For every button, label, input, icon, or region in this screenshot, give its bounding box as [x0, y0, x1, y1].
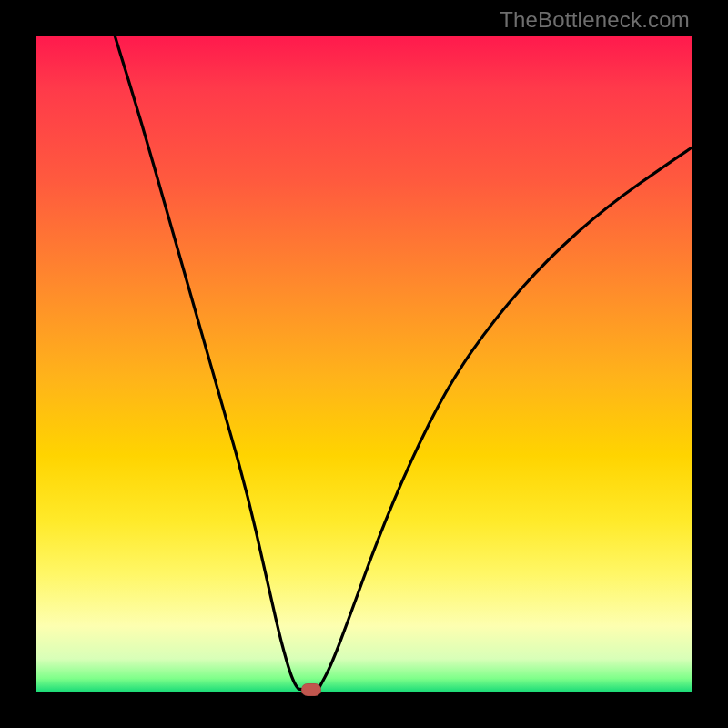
curve-svg — [36, 36, 692, 692]
bottleneck-curve — [115, 36, 692, 690]
plot-area — [36, 36, 692, 692]
brand-watermark: TheBottleneck.com — [500, 7, 690, 33]
optimal-point-marker — [301, 683, 321, 696]
chart-frame: TheBottleneck.com — [0, 0, 728, 728]
